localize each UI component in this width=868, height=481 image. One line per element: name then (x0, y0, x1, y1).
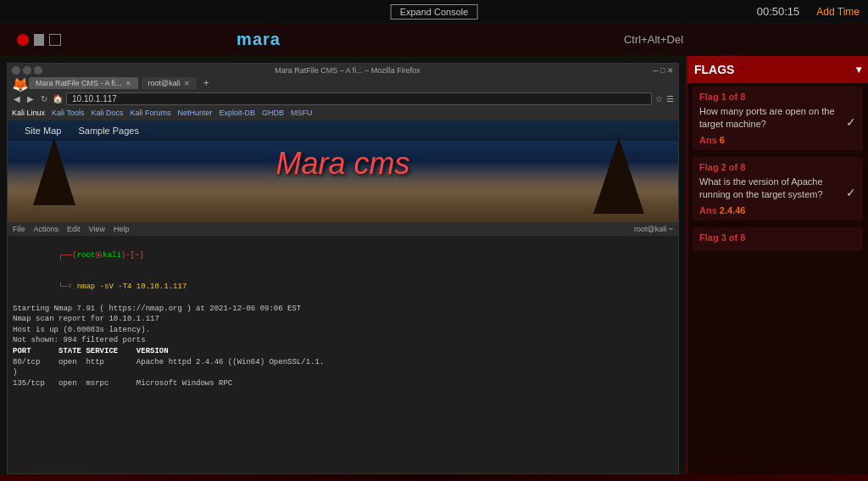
terminal-output-1: Nmap scan report for 10.10.1.117 (13, 314, 673, 325)
browser-tab-2[interactable]: root@kali ✕ (142, 77, 197, 89)
refresh-button[interactable]: ↻ (39, 94, 49, 103)
bottom-bar (0, 474, 868, 481)
terminal-user-label: root@kali ~ (634, 225, 673, 233)
browser-window: Mara RatFile CMS – A fi... – Mozilla Fir… (7, 63, 679, 474)
ctrl-alt-del-label[interactable]: Ctrl+Alt+Del (456, 33, 851, 46)
main-content: Mara RatFile CMS – A fi... – Mozilla Fir… (0, 56, 868, 481)
flag-2-question-text: What is the version of Apache running on… (699, 176, 843, 202)
flag-1-check-icon: ✓ (846, 115, 856, 131)
address-bar[interactable] (66, 92, 652, 105)
flags-header: FLAGS ▾ (687, 56, 868, 83)
bookmark-kali-linux[interactable]: Kali Linux (12, 109, 45, 117)
flag-1-ans-value: 6 (720, 135, 725, 145)
terminal-menu-bar: File Actions Edit View Help root@kali ~ (8, 222, 678, 236)
flag-1-question: How many ports are open on the target ma… (699, 105, 856, 131)
header-icons-left (17, 34, 61, 46)
bookmark-kali-forums[interactable]: Kali Forums (130, 109, 170, 117)
expand-icon[interactable] (49, 34, 61, 46)
flag-item-3: Flag 3 of 8 (693, 227, 863, 251)
window-close[interactable] (12, 66, 20, 75)
browser-toolbar: ◀ ▶ ↻ 🏠 ☆ ☰ (12, 92, 674, 105)
flags-title: FLAGS (694, 63, 734, 76)
terminal-output-6: ) (13, 367, 673, 378)
site-logo-colored: cms (354, 146, 410, 181)
flags-panel: FLAGS ▾ Flag 1 of 8 How many ports are o… (686, 56, 868, 481)
terminal-menu-view[interactable]: View (89, 225, 105, 233)
terminal-output-5: 80/tcp open http Apache httpd 2.4.46 ((W… (13, 357, 673, 368)
bookmark-msfu[interactable]: MSFU (291, 109, 313, 117)
flag-1-label: Flag 1 of 8 (699, 92, 856, 102)
browser-chrome: Mara RatFile CMS – A fi... – Mozilla Fir… (8, 64, 678, 120)
flag-2-answer: Ans 2.4.46 (699, 205, 856, 215)
bookmark-star[interactable]: ☆ (655, 94, 663, 103)
header-bar: mara Ctrl+Alt+Del (0, 24, 868, 56)
bookmark-kali-tools[interactable]: Kali Tools (52, 109, 84, 117)
bookmark-ghdb[interactable]: GHDB (262, 109, 284, 117)
flag-1-ans-label: Ans (699, 135, 717, 145)
tab-close-active[interactable]: ✕ (125, 80, 131, 87)
sample-pages-link[interactable]: Sample Pages (78, 126, 139, 136)
terminal-output-0: Starting Nmap 7.91 ( https://nmap.org ) … (13, 304, 673, 315)
terminal-menu-help[interactable]: Help (114, 225, 130, 233)
flag-item-1: Flag 1 of 8 How many ports are open on t… (693, 87, 863, 150)
terminal-menu-file[interactable]: File (13, 225, 25, 233)
flag-1-question-text: How many ports are open on the target ma… (699, 105, 843, 131)
bookmarks-bar: Kali Linux Kali Tools Kali Docs Kali For… (12, 108, 674, 118)
menu-button[interactable]: ☰ (666, 94, 674, 103)
terminal-line-command: └─♯ nmap -sV -T4 10.10.1.117 (13, 271, 673, 304)
bookmark-nethunter[interactable]: NetHunter (177, 109, 212, 117)
tab-label-active: Mara RatFile CMS - A fi... (36, 79, 122, 87)
terminal-output-2: Host is up (0.00083s latency). (13, 325, 673, 336)
home-button[interactable]: 🏠 (53, 94, 63, 103)
flag-item-2: Flag 2 of 8 What is the version of Apach… (693, 157, 863, 221)
flag-icon (17, 34, 29, 46)
flags-chevron[interactable]: ▾ (856, 64, 861, 76)
site-navigation: Site Map Sample Pages (8, 120, 678, 141)
window-max[interactable] (34, 66, 42, 75)
site-logo-text: Mara (275, 146, 345, 181)
tab-label-2: root@kali (148, 79, 181, 87)
window-controls: ─ □ ✕ (653, 66, 674, 75)
website-content: Site Map Sample Pages Mara cms (8, 120, 678, 222)
left-panel: Mara RatFile CMS – A fi... – Mozilla Fir… (0, 56, 686, 481)
flag-2-ans-value: 2.4.46 (720, 205, 746, 215)
flag-1-answer: Ans 6 (699, 135, 856, 145)
file-icon (34, 34, 44, 46)
flag-2-label: Flag 2 of 8 (699, 162, 856, 172)
flag-3-label: Flag 3 of 8 (699, 232, 856, 243)
flag-2-question: What is the version of Apache running on… (699, 176, 856, 202)
terminal-menu-actions[interactable]: Actions (34, 225, 59, 233)
new-tab-button[interactable]: + (203, 77, 209, 89)
forward-button[interactable]: ▶ (25, 94, 36, 103)
terminal-output-4: PORT STATE SERVICE VERSION (13, 346, 673, 357)
flag-2-ans-label: Ans (699, 205, 717, 215)
terminal-line-prompt: ┌──(root㉿kali)-[~] (13, 239, 673, 271)
terminal-output-3: Not shown: 994 filtered ports (13, 335, 673, 346)
site-logo: Mara cms (275, 146, 409, 182)
bookmark-kali-docs[interactable]: Kali Docs (91, 109, 123, 117)
add-time-button[interactable]: Add Time (816, 6, 860, 18)
tab-close-2[interactable]: ✕ (184, 80, 190, 87)
top-bar: Expand Console 00:50:15 Add Time (0, 0, 868, 24)
expand-console-button[interactable]: Expand Console (391, 4, 478, 20)
terminal-area[interactable]: ┌──(root㉿kali)-[~] └─♯ nmap -sV -T4 10.1… (8, 236, 678, 459)
site-map-link[interactable]: Site Map (25, 126, 61, 136)
terminal-menu-edit[interactable]: Edit (67, 225, 81, 233)
firefox-icon: 🦊 (12, 76, 25, 90)
flag-2-check-icon: ✓ (846, 185, 856, 202)
window-title: Mara RatFile CMS – A fi... – Mozilla Fir… (42, 66, 653, 75)
timer-display: 00:50:15 (757, 5, 800, 18)
browser-tabs: 🦊 Mara RatFile CMS - A fi... ✕ root@kali… (12, 76, 674, 90)
terminal-output-7: 135/tcp open msrpc Microsoft Windows RPC (13, 378, 673, 389)
browser-tab-active[interactable]: Mara RatFile CMS - A fi... ✕ (29, 77, 138, 89)
machine-title: mara (61, 30, 456, 49)
window-min[interactable] (23, 66, 31, 75)
back-button[interactable]: ◀ (12, 94, 22, 103)
bookmark-exploit-db[interactable]: Exploit-DB (219, 109, 255, 117)
